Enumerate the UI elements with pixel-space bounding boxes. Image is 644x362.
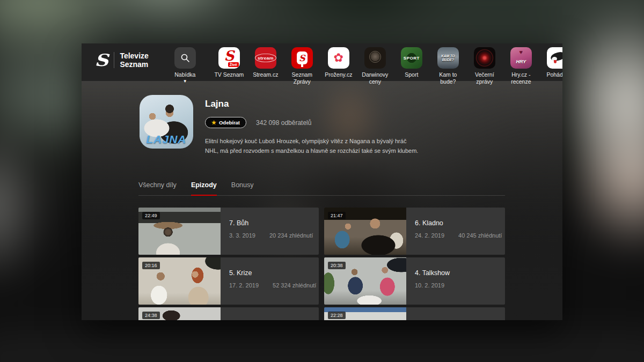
episode-meta: 3. Pravda 3. 2. 2019: [221, 307, 269, 320]
menu-button[interactable]: Nabídka ▼: [170, 47, 200, 84]
episode-thumbnail: 20:38: [324, 257, 406, 305]
episode-thumbnail: 24:38: [138, 307, 221, 320]
seznam-logo-icon: S: [94, 52, 108, 69]
nav-label: Darwinovy ceny: [360, 71, 390, 85]
episode-card-7-buh[interactable]: 22:49 7. Bůh 3. 3. 2019 20 234 zhlédnutí: [138, 208, 319, 255]
nav-item-seznam-zpravy[interactable]: S Seznam Zprávy: [287, 47, 317, 85]
pohadky-dog-icon: [547, 47, 562, 69]
episode-card-2-laska[interactable]: 22:28 2. Láska 27. 1. 2019: [324, 307, 505, 320]
nav-label: Stream.cz: [253, 71, 278, 78]
episode-meta: 2. Láska 27. 1. 2019: [406, 307, 458, 320]
brand-title: Televize Seznam: [120, 51, 148, 69]
episode-views: 52 324 zhlédnutí: [273, 282, 316, 289]
episode-thumbnail: 22:49: [138, 208, 221, 255]
episode-card-3-pravda[interactable]: 24:38 3. Pravda 3. 2. 2019: [138, 307, 319, 320]
nav-label: Hry.cz - recenze: [506, 71, 536, 85]
nav-label: Proženy.cz: [325, 71, 352, 78]
subscribe-label: Odebírat: [219, 120, 240, 125]
episode-card-6-kladno[interactable]: 21:47 6. Kladno 24. 2. 2019 40 245 zhléd…: [324, 208, 505, 255]
hry-cz-icon: ♥ HRY: [510, 47, 532, 69]
nav-item-darwinovy-ceny[interactable]: Darwinovy ceny: [360, 47, 390, 85]
episode-meta: 6. Kladno 24. 2. 2019 40 245 zhlédnutí: [406, 208, 502, 255]
brand-divider: [114, 52, 114, 68]
nav-item-hry-cz-recenze[interactable]: ♥ HRY Hry.cz - recenze: [506, 47, 536, 85]
brand-title-line1: Televize: [120, 51, 148, 60]
brand[interactable]: S Televize Seznam: [96, 47, 149, 73]
show-page: LAJNA Lajna ★ Odebírat 342 098 odběratel…: [82, 81, 562, 320]
episode-title: 4. Talkshow: [415, 269, 458, 277]
nav-item-sport[interactable]: SPORT Sport: [397, 47, 427, 85]
nav-label: Večerní zprávy: [470, 71, 500, 85]
episode-card-4-talkshow[interactable]: 20:38 4. Talkshow 10. 2. 2019: [324, 257, 505, 305]
nav-label: Seznam Zprávy: [287, 71, 317, 85]
episode-card-5-krize[interactable]: 20:16 5. Krize 17. 2. 2019 52 324 zhlédn…: [138, 257, 319, 305]
menu-label: Nabídka: [174, 71, 195, 78]
duration-badge: 21:47: [328, 212, 346, 219]
tab-vsechny-dily[interactable]: Všechny díly: [138, 181, 177, 189]
nav-item-tv-seznam[interactable]: S Živě TV Seznam: [214, 47, 244, 85]
show-info: Lajna ★ Odebírat 342 098 odběratelů Elit…: [205, 95, 419, 156]
tv-seznam-icon: S Živě: [218, 47, 240, 69]
brand-title-line2: Seznam: [120, 60, 148, 69]
episode-thumbnail: 22:28: [324, 307, 406, 320]
tabs-bar: Všechny díly Epizody Bonusy: [138, 181, 505, 196]
episode-date: 24. 2. 2019: [415, 232, 444, 239]
episode-title: 7. Bůh: [229, 219, 313, 227]
duration-badge: 24:38: [142, 312, 160, 319]
star-icon: ★: [211, 120, 216, 125]
vecerni-zpravy-icon: [474, 47, 495, 69]
nav-label: Pohádky: [546, 71, 562, 78]
episode-grid: 22:49 7. Bůh 3. 3. 2019 20 234 zhlédnutí…: [138, 208, 562, 320]
app-shortcuts: S Živě TV Seznam stream Stream.cz S Sezn…: [214, 47, 562, 85]
show-title: Lajna: [205, 99, 419, 109]
duration-badge: 22:49: [142, 212, 160, 219]
live-badge: Živě: [228, 62, 239, 67]
nav-label: Kam to bude?: [433, 71, 463, 85]
kam-to-bude-icon: KAM TO BUDE?: [437, 47, 459, 69]
episode-meta: 7. Bůh 3. 3. 2019 20 234 zhlédnutí: [221, 208, 313, 255]
show-description: Elitní hokejový kouč Luboš Hrouzek, olym…: [205, 136, 419, 156]
nav-item-pohadky[interactable]: Pohádky: [543, 47, 562, 85]
episode-title: 5. Krize: [229, 269, 316, 277]
episode-date: 3. 3. 2019: [229, 232, 255, 239]
episode-title: 2. Láska: [415, 319, 458, 320]
duration-badge: 20:38: [328, 262, 346, 269]
duration-badge: 22:28: [328, 312, 346, 319]
episode-thumbnail: 20:16: [138, 257, 221, 305]
nav-item-prozeny-cz[interactable]: ✿ Proženy.cz: [324, 47, 354, 85]
episode-thumbnail: 21:47: [324, 208, 406, 255]
subscribe-button[interactable]: ★ Odebírat: [205, 117, 246, 128]
app-window: S Televize Seznam Nabídka ▼ S Živě: [82, 43, 562, 320]
episode-views: 40 245 zhlédnutí: [458, 232, 502, 239]
tab-bonusy[interactable]: Bonusy: [231, 181, 254, 189]
nav-item-stream-cz[interactable]: stream Stream.cz: [251, 47, 281, 85]
episode-views: 20 234 zhlédnutí: [269, 232, 313, 239]
episode-meta: 4. Talkshow 10. 2. 2019: [406, 257, 458, 305]
episode-date: 17. 2. 2019: [229, 282, 259, 289]
seznam-zpravy-icon: S: [291, 47, 313, 69]
show-avatar-text: LAJNA: [140, 133, 193, 146]
show-header: LAJNA Lajna ★ Odebírat 342 098 odběratel…: [82, 81, 562, 156]
episode-title: 3. Pravda: [229, 319, 269, 320]
chevron-down-icon: ▼: [183, 79, 187, 84]
top-nav-bar: S Televize Seznam Nabídka ▼ S Živě: [82, 43, 562, 81]
nav-item-kam-to-bude[interactable]: KAM TO BUDE? Kam to bude?: [433, 47, 463, 85]
prozeny-flower-icon: ✿: [328, 47, 349, 69]
episode-title: 6. Kladno: [415, 219, 502, 227]
nav-label: TV Seznam: [214, 71, 244, 78]
tab-epizody[interactable]: Epizody: [191, 181, 217, 189]
duration-badge: 20:16: [142, 262, 160, 269]
show-avatar[interactable]: LAJNA: [140, 95, 193, 149]
nav-label: Sport: [405, 71, 418, 78]
search-icon: [174, 47, 196, 69]
episode-meta: 5. Krize 17. 2. 2019 52 324 zhlédnutí: [221, 257, 316, 305]
sport-ball-icon: SPORT: [401, 47, 422, 69]
subscriber-count: 342 098 odběratelů: [256, 119, 311, 127]
episode-date: 10. 2. 2019: [415, 282, 444, 289]
nav-item-vecerni-zpravy[interactable]: Večerní zprávy: [470, 47, 500, 85]
stream-cz-icon: stream: [255, 47, 276, 69]
darwinovy-ceny-icon: [364, 47, 386, 69]
